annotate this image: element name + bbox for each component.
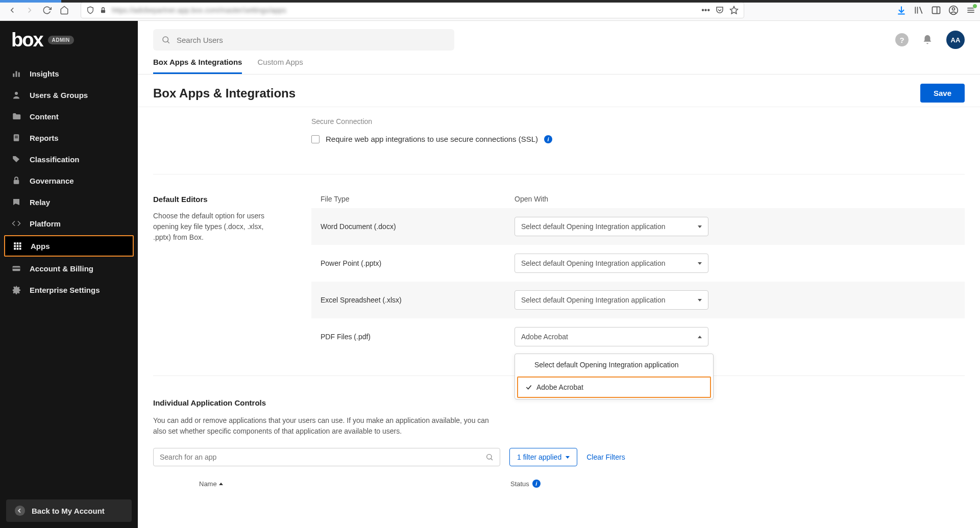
profile-icon[interactable]	[948, 5, 959, 15]
select-value: Select default Opening Integration appli…	[521, 222, 666, 231]
relay-icon	[11, 197, 21, 207]
ssl-checkbox[interactable]	[311, 135, 320, 143]
browser-reload-button[interactable]	[39, 2, 55, 18]
svg-point-36	[487, 455, 492, 459]
svg-rect-24	[14, 245, 16, 247]
page-title: Box Apps & Integrations	[153, 86, 296, 100]
sidebar-item-insights[interactable]: Insights	[0, 63, 138, 84]
ssl-label: Require web app integrations to use secu…	[326, 135, 538, 143]
insights-icon	[11, 68, 21, 79]
chevron-up-icon	[698, 336, 702, 338]
filetype-cell: Power Point (.pptx)	[321, 259, 514, 267]
more-icon[interactable]: •••	[701, 6, 710, 15]
back-label: Back to My Account	[32, 507, 105, 515]
openwith-select-word[interactable]: Select default Opening Integration appli…	[514, 217, 708, 236]
select-value: Select default Opening Integration appli…	[521, 259, 666, 267]
url-text: https://adobepartner.app.box.com/master/…	[112, 6, 696, 14]
tab-box-apps-integrations[interactable]: Box Apps & Integrations	[153, 58, 242, 74]
svg-line-35	[167, 41, 169, 43]
star-icon[interactable]	[729, 6, 739, 15]
table-row: Power Point (.pptx) Select default Openi…	[311, 245, 965, 282]
sidebar-item-enterprise-settings[interactable]: Enterprise Settings	[0, 279, 138, 300]
filetype-cell: Excel Spreadsheet (.xlsx)	[321, 296, 514, 304]
back-icon	[14, 505, 26, 516]
sidebar-icon[interactable]	[931, 5, 941, 15]
sidebar-item-users-groups[interactable]: Users & Groups	[0, 84, 138, 106]
openwith-select-pdf[interactable]: Adobe Acrobat	[514, 327, 708, 346]
svg-rect-29	[19, 248, 21, 250]
table-row: Excel Spreadsheet (.xlsx) Select default…	[311, 282, 965, 318]
info-icon[interactable]: i	[532, 480, 541, 488]
notification-dot	[972, 4, 977, 9]
notifications-button[interactable]	[922, 34, 933, 45]
search-app-input[interactable]	[160, 453, 485, 461]
filter-applied-button[interactable]: 1 filter applied	[509, 448, 577, 466]
save-button[interactable]: Save	[920, 84, 965, 103]
column-name[interactable]: Name	[199, 480, 510, 488]
openwith-select-excel[interactable]: Select default Opening Integration appli…	[514, 290, 708, 310]
sidebar-item-governance[interactable]: Governance	[0, 170, 138, 191]
dropdown-option-default[interactable]: Select default Opening Integration appli…	[515, 354, 713, 375]
sidebar-item-platform[interactable]: Platform	[0, 213, 138, 234]
browser-home-button[interactable]	[56, 2, 72, 18]
browser-forward-button[interactable]	[21, 2, 38, 18]
info-icon[interactable]: i	[544, 135, 552, 143]
tab-custom-apps[interactable]: Custom Apps	[257, 58, 303, 74]
openwith-dropdown-menu: Select default Opening Integration appli…	[514, 354, 714, 399]
search-app-box[interactable]	[153, 448, 500, 466]
svg-rect-14	[16, 71, 17, 77]
sidebar-item-classification[interactable]: Classification	[0, 148, 138, 170]
svg-line-5	[920, 7, 922, 13]
chevron-down-icon	[698, 225, 702, 228]
sidebar-item-relay[interactable]: Relay	[0, 191, 138, 213]
dropdown-option-acrobat[interactable]: Adobe Acrobat	[517, 376, 711, 398]
svg-point-16	[15, 92, 18, 95]
column-openwith: Open With	[514, 195, 955, 203]
openwith-select-powerpoint[interactable]: Select default Opening Integration appli…	[514, 254, 708, 273]
pocket-icon[interactable]	[715, 6, 724, 15]
svg-rect-23	[19, 242, 21, 244]
avatar[interactable]: AA	[946, 31, 965, 49]
svg-rect-0	[101, 10, 105, 13]
svg-rect-19	[15, 137, 18, 138]
library-icon[interactable]	[914, 5, 924, 15]
sidebar-item-account-billing[interactable]: Account & Billing	[0, 258, 138, 279]
svg-point-34	[163, 37, 168, 42]
lock-icon	[100, 7, 107, 14]
download-icon[interactable]	[896, 5, 906, 15]
svg-point-33	[15, 506, 25, 516]
svg-rect-27	[14, 248, 16, 250]
sidebar-item-label: Apps	[31, 242, 50, 250]
svg-rect-15	[18, 72, 20, 77]
table-row: Word Document (.docx) Select default Ope…	[311, 208, 965, 245]
sidebar-item-label: Reports	[30, 134, 59, 142]
column-filetype: File Type	[321, 195, 514, 203]
secure-connection-section: Secure Connection Require web app integr…	[153, 107, 965, 164]
sidebar-item-label: Enterprise Settings	[30, 286, 100, 294]
browser-tab-strip	[0, 0, 980, 3]
tabs: Box Apps & Integrations Custom Apps	[138, 51, 980, 74]
sidebar-item-label: Platform	[30, 219, 61, 228]
sidebar-item-reports[interactable]: Reports	[0, 127, 138, 148]
app-table-header: Name Status i	[153, 480, 965, 493]
url-bar[interactable]: https://adobepartner.app.box.com/master/…	[81, 2, 744, 18]
svg-point-9	[952, 8, 955, 10]
sidebar-item-apps[interactable]: Apps	[4, 235, 134, 257]
help-button[interactable]: ?	[895, 33, 909, 46]
page-header: Box Apps & Integrations Save	[138, 74, 980, 107]
folder-icon	[11, 111, 21, 121]
sidebar-item-content[interactable]: Content	[0, 106, 138, 127]
browser-back-button[interactable]	[4, 2, 20, 18]
search-users-box[interactable]	[153, 29, 454, 51]
back-to-account-button[interactable]: Back to My Account	[6, 499, 132, 522]
filetype-cell: PDF Files (.pdf)	[321, 333, 514, 341]
sidebar-item-label: Content	[30, 112, 59, 121]
billing-icon	[11, 263, 21, 273]
sort-asc-icon	[219, 483, 223, 485]
svg-marker-1	[730, 7, 738, 14]
topbar: ? AA	[138, 21, 980, 51]
svg-rect-20	[14, 180, 19, 184]
menu-icon[interactable]	[966, 5, 976, 15]
search-users-input[interactable]	[177, 36, 446, 44]
clear-filters-link[interactable]: Clear Filters	[586, 453, 625, 461]
